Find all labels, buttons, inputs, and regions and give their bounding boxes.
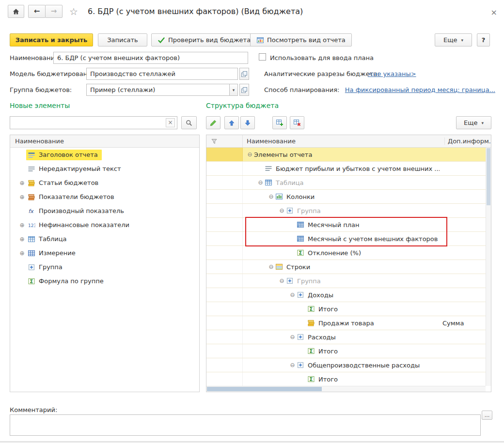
more-button[interactable]: Еще▾ <box>435 33 472 46</box>
collapse-icon[interactable]: ⊖ <box>256 180 265 185</box>
planning-link[interactable]: На фиксированный период месяц: граница..… <box>345 86 495 94</box>
tree-row-marker-cell <box>206 232 243 245</box>
tree-row-name-cell: ⊖Элементы отчета <box>243 148 440 161</box>
use-for-plan-checkbox[interactable] <box>259 53 266 61</box>
comment-input[interactable] <box>10 414 481 436</box>
check-budget-view-button[interactable]: Проверить вид бюджета <box>151 33 257 46</box>
view-report-form-label: Посмотреть вид отчета <box>267 36 346 44</box>
collapse-icon[interactable]: ⊖ <box>267 264 275 270</box>
list-item[interactable]: ⊕Показатели бюджетов <box>10 190 199 204</box>
search-button[interactable] <box>181 116 197 129</box>
tree-row[interactable]: ⊖Группа <box>206 274 486 288</box>
analytics-link[interactable]: <не указаны> <box>368 70 416 78</box>
dropdown-icon: ▾ <box>461 38 463 43</box>
tree-row[interactable]: ⊖Колонки <box>206 190 486 204</box>
back-arrow-icon: ← <box>34 8 40 15</box>
model-input[interactable]: Производство стеллажей <box>86 68 238 80</box>
new-elements-heading: Новые элементы <box>10 102 70 109</box>
dropdown-icon: ▾ <box>481 121 484 125</box>
fx-icon: fx <box>28 207 35 215</box>
list-item[interactable]: ΣФормула по группе <box>10 274 199 288</box>
expand-icon[interactable]: ⊕ <box>18 222 26 228</box>
tree-row-marker-cell <box>206 316 243 330</box>
tree-row[interactable]: ⊖Расходы <box>206 330 486 344</box>
list-item[interactable]: ⊕Измерение <box>10 246 199 260</box>
expand-icon[interactable]: ⊕ <box>18 194 26 200</box>
sigma-icon: Σ <box>28 277 35 285</box>
horizontal-scrollbar[interactable] <box>206 386 486 392</box>
tree-row[interactable]: ΣИтого <box>206 372 486 386</box>
tree-row[interactable]: Месячный с учетом внешних факторов <box>206 232 486 246</box>
collapse-icon[interactable]: ⊖ <box>267 194 275 199</box>
list-item-label: Показатели бюджетов <box>39 193 114 200</box>
tree-row[interactable]: Месячный план <box>206 218 486 232</box>
expand-icon[interactable]: ⊕ <box>18 236 26 242</box>
comment-more-button[interactable]: ... <box>482 411 492 420</box>
vertical-scrollbar-thumb[interactable] <box>487 148 490 205</box>
tree-row-label: Итого <box>318 306 338 313</box>
move-up-button[interactable] <box>224 116 239 129</box>
collapse-icon[interactable]: ⊖ <box>288 334 297 340</box>
tree-row[interactable]: Бюджет прибыли и убытков с учетом внешни… <box>206 162 486 176</box>
back-button[interactable]: ← <box>28 5 46 18</box>
expand-icon[interactable]: ⊕ <box>18 250 26 256</box>
budget-group-combo[interactable]: Пример (стеллажи) <box>86 84 230 96</box>
horizontal-scrollbar-thumb[interactable] <box>207 387 322 391</box>
tree-row[interactable]: ⊖Группа <box>206 204 486 218</box>
extra-column-header[interactable]: Доп.информ... <box>445 137 491 145</box>
list-item[interactable]: ⊕Таблица <box>10 232 199 246</box>
save-and-close-label: Записать и закрыть <box>16 36 87 44</box>
home-button[interactable] <box>8 5 24 18</box>
save-and-close-button[interactable]: Записать и закрыть <box>10 33 93 46</box>
tree-row[interactable]: ΣИтого <box>206 302 486 316</box>
tree-row[interactable]: ΣОтклонение (%) <box>206 246 486 260</box>
model-open-button[interactable] <box>239 68 249 80</box>
view-report-form-button[interactable]: Посмотреть вид отчета <box>250 33 352 46</box>
budget-group-open-button[interactable] <box>239 84 249 96</box>
list-item-content: Статьи бюджетов <box>26 178 102 188</box>
collapse-icon[interactable]: ⊖ <box>246 152 254 157</box>
search-input[interactable] <box>10 117 166 129</box>
tree-row[interactable]: ⊖Элементы отчета <box>206 148 486 162</box>
rows-icon <box>275 263 283 271</box>
tree-row[interactable]: ⊖Общепроизводственные расходы <box>206 358 486 372</box>
tree-row[interactable]: ΣИтого <box>206 344 486 358</box>
budget-group-dropdown-button[interactable]: ▾ <box>229 84 238 96</box>
name-column-header: Наименование <box>15 137 64 145</box>
help-button[interactable]: ? <box>477 33 490 46</box>
list-item[interactable]: fxПроизводный показатель <box>10 204 199 218</box>
edit-button[interactable] <box>206 116 220 129</box>
name-column-header[interactable]: Наименование <box>243 137 445 145</box>
use-for-plan-label: Использовать для ввода плана <box>270 54 374 62</box>
list-item[interactable]: ⊕123Нефинансовые показатели <box>10 218 199 232</box>
vertical-scrollbar[interactable] <box>486 148 491 386</box>
list-item[interactable]: Нередактируемый текст <box>10 162 199 176</box>
list-item[interactable]: Заголовок отчета <box>10 148 199 162</box>
tree-row[interactable]: Продажи товараСумма <box>206 316 486 330</box>
tree-row[interactable]: ⊖Таблица <box>206 176 486 190</box>
save-button[interactable]: Записать <box>98 33 147 46</box>
collapse-icon[interactable]: ⊖ <box>278 208 286 214</box>
structure-more-button[interactable]: Еще▾ <box>456 116 491 129</box>
list-item[interactable]: ⊕Статьи бюджетов <box>10 176 199 190</box>
tree-row[interactable]: ⊖Строки <box>206 260 486 274</box>
model-field-label: Модель бюджетирования: <box>10 70 97 78</box>
collapse-icon[interactable]: ⊖ <box>288 292 297 298</box>
expand-icon[interactable]: ⊕ <box>18 180 26 186</box>
add-to-group-button[interactable] <box>272 116 287 129</box>
clear-search-icon[interactable]: × <box>166 118 175 127</box>
numeric-icon: 123 <box>28 221 35 229</box>
marker-column-header[interactable] <box>206 135 243 147</box>
close-icon[interactable]: × <box>491 8 497 17</box>
exclude-from-group-button[interactable] <box>290 116 304 129</box>
name-input[interactable]: 6. БДР (с учетом внешних факторов) <box>53 52 248 64</box>
tree-row[interactable]: ⊖Доходы <box>206 288 486 302</box>
forward-button[interactable]: → <box>45 5 63 18</box>
list-item[interactable]: Группа <box>10 260 199 274</box>
svg-text:Σ: Σ <box>310 306 313 312</box>
favorite-star-icon[interactable]: ☆ <box>69 6 78 17</box>
collapse-icon[interactable]: ⊖ <box>278 278 286 284</box>
group-icon <box>286 277 294 285</box>
move-down-button[interactable] <box>240 116 255 129</box>
collapse-icon[interactable]: ⊖ <box>288 362 297 368</box>
